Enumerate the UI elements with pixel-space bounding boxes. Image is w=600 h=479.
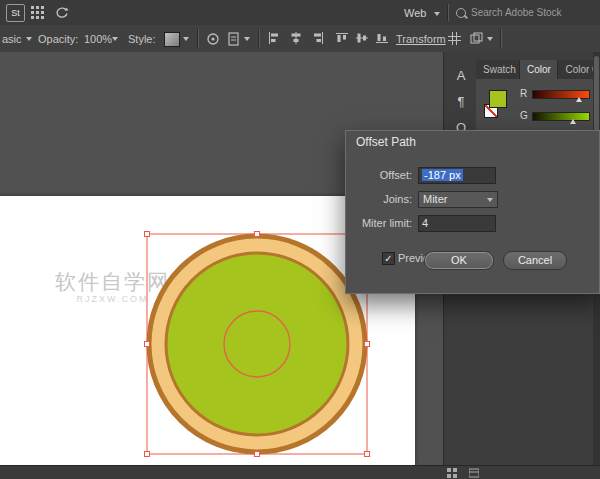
joins-value: Miter [423,192,447,207]
ok-button[interactable]: OK [424,251,494,270]
align-left-icon[interactable] [268,32,280,44]
controlbar-separator [500,29,501,48]
offset-label: Offset: [346,169,412,181]
opacity-label: Opacity: [38,33,78,45]
character-panel-icon[interactable]: A [450,66,472,86]
chevron-down-icon [434,12,440,16]
artboard-grid-icon[interactable] [447,468,457,478]
green-slider-thumb[interactable] [570,119,576,124]
offset-path-dialog: Offset Path Offset: -187 px Joins: Miter… [345,130,600,294]
chevron-down-icon[interactable] [183,37,189,41]
chevron-down-icon [487,198,493,202]
green-channel-label: G [520,110,530,121]
chevron-down-icon[interactable] [112,37,118,41]
tab-color[interactable]: Color [520,60,558,79]
dialog-title[interactable]: Offset Path [346,131,599,153]
green-slider[interactable] [532,112,590,121]
miter-limit-input[interactable]: 4 [418,215,496,232]
adobe-stock-icon[interactable]: St [6,4,25,22]
search-icon [456,8,466,18]
sync-rotate-icon[interactable] [55,6,69,19]
nine-slice-grid-icon[interactable] [448,32,461,45]
miter-limit-value: 4 [422,217,428,229]
menubar-separator [447,4,448,21]
search-input[interactable] [471,7,600,18]
cancel-button[interactable]: Cancel [503,251,567,270]
align-top-icon[interactable] [336,32,348,44]
status-bar [0,465,600,479]
tab-swatches[interactable]: Swatch [476,60,520,79]
illustrator-window: St Web asic Opacity: 100% Style: [0,0,600,479]
joins-label: Joins: [346,193,412,205]
workspace-label: Web [404,7,426,19]
controlbar-separator [197,29,198,48]
panel-options-icon[interactable] [469,468,479,478]
red-channel-label: R [520,88,530,99]
recolor-artwork-icon[interactable] [206,32,220,46]
chevron-down-icon[interactable] [244,37,250,41]
controlbar-separator [258,29,259,48]
panel-tabbar: Swatch Color Color G [476,60,600,79]
red-slider-thumb[interactable] [576,97,582,102]
preview-checkbox[interactable]: ✓ [382,252,395,265]
layers-stack-icon[interactable] [470,32,483,45]
chevron-down-icon[interactable] [26,37,32,41]
menubar: St Web [0,0,600,26]
paragraph-panel-icon[interactable]: ¶ [450,92,472,112]
align-bottom-icon[interactable] [376,32,388,44]
checkmark-icon: ✓ [384,253,392,264]
offset-input-selected-text: -187 px [422,169,463,181]
stock-search-box[interactable] [456,4,594,21]
chevron-down-icon[interactable] [487,37,493,41]
align-middle-icon[interactable] [356,32,368,44]
align-right-icon[interactable] [312,32,324,44]
opacity-value[interactable]: 100% [84,33,112,45]
style-label: Style: [128,33,156,45]
miter-limit-label: Miter limit: [346,217,412,229]
transform-link[interactable]: Transform [396,33,446,45]
grid-view-icon[interactable] [31,6,44,19]
offset-input[interactable]: -187 px [418,167,496,184]
fill-swatch[interactable] [489,90,507,108]
control-bar: asic Opacity: 100% Style: [0,25,600,53]
joins-dropdown[interactable]: Miter [418,191,498,208]
appearance-preset-label[interactable]: asic [2,33,22,45]
document-setup-icon[interactable] [228,32,240,46]
workspace-switcher[interactable]: Web [404,5,440,21]
green-circle[interactable] [166,253,348,435]
style-swatch[interactable] [164,32,180,47]
align-center-icon[interactable] [290,32,302,44]
